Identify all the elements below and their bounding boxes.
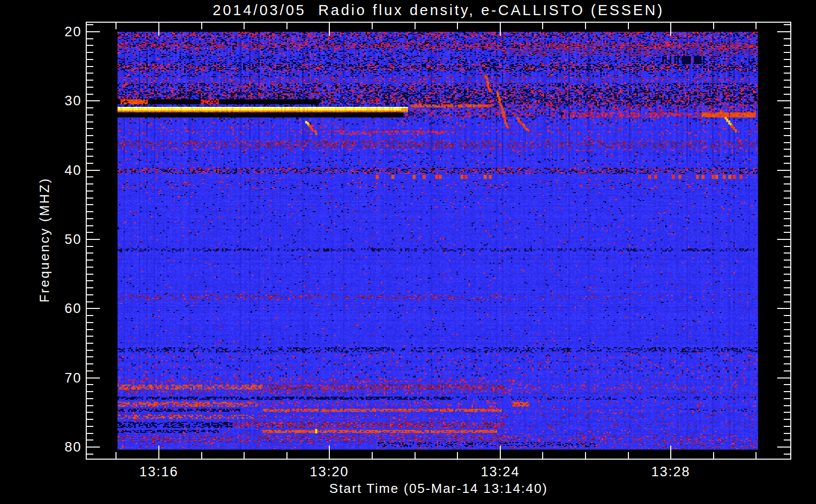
y-minor-tick [87, 45, 93, 46]
y-minor-tick [784, 94, 790, 95]
x-minor-tick [585, 452, 586, 459]
y-minor-tick [87, 163, 93, 164]
x-major-tick [500, 446, 501, 459]
y-minor-tick [784, 135, 790, 136]
x-minor-tick [713, 452, 714, 459]
y-minor-tick [87, 391, 93, 392]
y-minor-tick [87, 287, 93, 288]
y-minor-tick [87, 426, 93, 427]
y-minor-tick [784, 24, 790, 25]
y-minor-tick [784, 232, 790, 233]
y-minor-tick [87, 329, 93, 330]
x-tick-label: 13:20 [294, 464, 365, 480]
y-tick-label: 60 [46, 300, 82, 317]
x-minor-tick [457, 452, 458, 459]
y-minor-tick [784, 87, 790, 88]
y-minor-tick [87, 218, 93, 219]
y-minor-tick [87, 267, 93, 268]
x-major-tick [158, 446, 159, 459]
x-minor-tick [201, 452, 202, 459]
y-minor-tick [87, 107, 93, 108]
x-minor-tick [457, 23, 458, 29]
y-major-tick [87, 31, 100, 32]
y-tick-label: 50 [46, 231, 82, 247]
y-minor-tick [784, 107, 790, 108]
x-tick-label: 13:16 [124, 464, 194, 480]
page-title: 2014/03/05 Radio flux density, e-CALLIST… [86, 2, 791, 19]
y-minor-tick [87, 343, 93, 344]
y-minor-tick [784, 198, 790, 199]
y-minor-tick [87, 225, 93, 226]
y-minor-tick [87, 87, 93, 88]
y-minor-tick [87, 294, 93, 295]
y-major-tick [777, 170, 790, 171]
x-minor-tick [755, 452, 756, 459]
y-minor-tick [87, 322, 93, 323]
x-minor-tick [372, 23, 373, 29]
y-minor-tick [87, 149, 93, 150]
x-minor-tick [628, 452, 629, 459]
y-minor-tick [784, 183, 790, 184]
y-minor-tick [87, 121, 93, 122]
y-minor-tick [784, 405, 790, 406]
y-minor-tick [784, 454, 790, 455]
y-minor-tick [784, 439, 790, 440]
y-minor-tick [784, 156, 790, 157]
y-minor-tick [87, 454, 93, 455]
y-minor-tick [784, 350, 790, 351]
y-minor-tick [784, 426, 790, 427]
y-minor-tick [784, 52, 790, 53]
x-minor-tick [372, 452, 373, 459]
x-minor-tick [585, 23, 586, 29]
y-minor-tick [784, 433, 790, 434]
y-minor-tick [784, 59, 790, 60]
x-minor-tick [755, 23, 756, 29]
y-major-tick [87, 447, 100, 448]
x-minor-tick [286, 452, 287, 459]
x-major-tick [670, 446, 671, 459]
y-major-tick [777, 377, 790, 379]
y-minor-tick [784, 391, 790, 392]
y-minor-tick [784, 315, 790, 316]
y-minor-tick [87, 280, 93, 281]
y-minor-tick [784, 128, 790, 129]
y-minor-tick [87, 38, 93, 39]
y-minor-tick [87, 73, 93, 74]
y-minor-tick [87, 398, 93, 399]
y-minor-tick [784, 191, 790, 192]
x-minor-tick [713, 23, 714, 29]
y-minor-tick [784, 142, 790, 143]
y-minor-tick [784, 294, 790, 295]
spectrogram-canvas [118, 32, 758, 450]
x-minor-tick [115, 452, 116, 459]
x-minor-tick [115, 23, 116, 29]
y-minor-tick [87, 24, 93, 25]
spectrogram-panel: 2014/03/05 Radio flux density, e-CALLIST… [0, 0, 816, 504]
y-minor-tick [784, 225, 790, 226]
y-tick-label: 20 [46, 24, 82, 40]
y-minor-tick [784, 121, 790, 122]
y-major-tick [777, 239, 790, 240]
y-tick-label: 40 [46, 162, 82, 178]
y-minor-tick [784, 356, 790, 357]
y-minor-tick [87, 433, 93, 434]
x-minor-tick [415, 452, 416, 459]
y-minor-tick [87, 59, 93, 60]
y-minor-tick [784, 253, 790, 254]
y-minor-tick [87, 94, 93, 95]
x-major-tick [329, 446, 330, 459]
y-tick-label: 80 [46, 439, 82, 455]
y-minor-tick [87, 176, 93, 177]
y-minor-tick [87, 253, 93, 254]
y-minor-tick [87, 204, 93, 205]
y-minor-tick [784, 370, 790, 371]
y-minor-tick [87, 315, 93, 316]
y-minor-tick [784, 343, 790, 344]
y-minor-tick [87, 128, 93, 129]
x-minor-tick [244, 23, 245, 29]
y-minor-tick [87, 370, 93, 371]
y-major-tick [777, 31, 790, 32]
y-minor-tick [87, 356, 93, 357]
y-tick-label: 70 [46, 370, 82, 386]
y-minor-tick [784, 66, 790, 67]
